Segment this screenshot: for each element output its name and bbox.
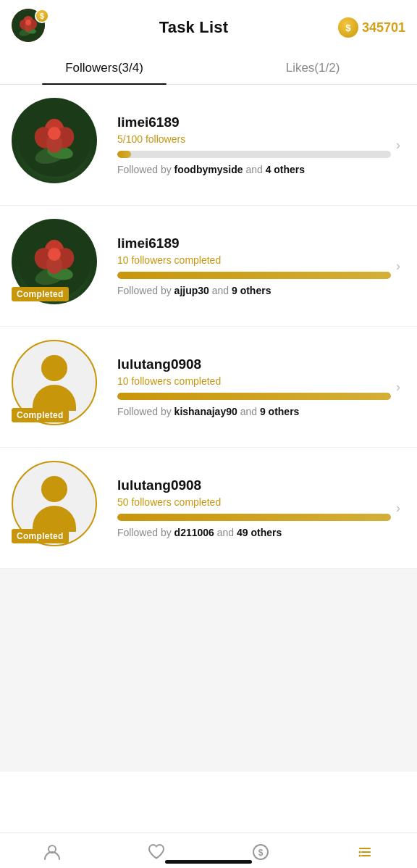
svg-point-30	[359, 851, 361, 854]
progress-bar-fill-3	[117, 393, 391, 400]
avatar-1	[12, 98, 97, 183]
svg-text:$: $	[258, 848, 264, 858]
nav-profile[interactable]	[0, 842, 104, 862]
task-status-2: 10 followers completed	[117, 254, 391, 266]
others-count-3: 9 others	[260, 406, 299, 417]
task-username-2: limei6189	[117, 235, 391, 251]
progress-bar-fill-2	[117, 272, 391, 279]
coin-icon: $	[338, 17, 358, 38]
person-body-4	[33, 506, 76, 532]
heart-icon	[146, 842, 167, 862]
coin-amount: 345701	[362, 20, 405, 36]
coin-balance: $ 345701	[338, 17, 405, 38]
task-info-4: lulutang0908 50 followers completed Foll…	[106, 477, 391, 538]
svg-point-7	[25, 20, 31, 25]
avatar-wrapper-4: Completed	[12, 461, 106, 555]
svg-point-23	[48, 248, 61, 261]
completed-badge-3: Completed	[12, 408, 69, 422]
task-username-1: limei6189	[117, 114, 391, 130]
task-info-2: limei6189 10 followers completed Followe…	[106, 235, 391, 296]
logo-coin: $	[35, 9, 49, 23]
follower-name-1: foodbymyside	[174, 164, 243, 175]
header: $ Task List $ 345701	[0, 0, 417, 52]
svg-point-31	[359, 855, 361, 857]
task-status-3: 10 followers completed	[117, 375, 391, 387]
task-status-1: 5/100 followers	[117, 133, 391, 145]
task-list: limei6189 5/100 followers Followed by fo…	[0, 85, 417, 569]
completed-badge-2: Completed	[12, 287, 69, 301]
follower-name-3: kishanajay90	[174, 406, 237, 417]
task-followed-2: Followed by ajjup30 and 9 others	[117, 285, 391, 296]
progress-bar-bg-2	[117, 272, 391, 279]
task-followed-4: Followed by d211006 and 49 others	[117, 527, 391, 538]
others-count-4: 49 others	[237, 527, 282, 538]
follower-name-2: ajjup30	[174, 285, 209, 296]
progress-bar-fill-1	[117, 151, 131, 158]
nav-coins[interactable]: $	[208, 842, 313, 862]
app-logo: $	[12, 9, 49, 46]
empty-section	[0, 569, 417, 772]
others-count-2: 9 others	[232, 285, 271, 296]
avatar-wrapper-1	[12, 98, 106, 192]
person-head-4	[41, 476, 67, 502]
task-info-3: lulutang0908 10 followers completed Foll…	[106, 356, 391, 417]
chevron-2: ›	[391, 259, 405, 273]
progress-bar-bg-3	[117, 393, 391, 400]
avatar-wrapper-3: Completed	[12, 340, 106, 434]
person-icon-3	[33, 355, 76, 411]
task-followed-3: Followed by kishanajay90 and 9 others	[117, 406, 391, 417]
task-item-4[interactable]: Completed lulutang0908 50 followers comp…	[0, 448, 417, 569]
task-status-4: 50 followers completed	[117, 496, 391, 508]
chevron-1: ›	[391, 138, 405, 152]
tab-bar: Followers(3/4) Likes(1/2)	[0, 52, 417, 85]
task-item-1[interactable]: limei6189 5/100 followers Followed by fo…	[0, 85, 417, 206]
person-body-3	[33, 385, 76, 411]
task-item-3[interactable]: Completed lulutang0908 10 followers comp…	[0, 327, 417, 448]
person-head-3	[41, 355, 67, 381]
profile-icon	[42, 842, 62, 862]
avatar-wrapper-2: Completed	[12, 219, 106, 313]
progress-bar-bg-4	[117, 514, 391, 521]
progress-bar-fill-4	[117, 514, 391, 521]
task-username-3: lulutang0908	[117, 356, 391, 372]
follower-name-4: d211006	[174, 527, 214, 538]
svg-point-15	[48, 127, 61, 140]
completed-badge-4: Completed	[12, 529, 69, 543]
task-item-2[interactable]: Completed limei6189 10 followers complet…	[0, 206, 417, 327]
progress-bar-bg-1	[117, 151, 391, 158]
chevron-4: ›	[391, 501, 405, 515]
home-indicator	[165, 860, 252, 864]
task-followed-1: Followed by foodbymyside and 4 others	[117, 164, 391, 175]
chevron-3: ›	[391, 380, 405, 394]
nav-tasks[interactable]	[313, 842, 417, 862]
list-icon	[355, 842, 375, 862]
tab-likes[interactable]: Likes(1/2)	[208, 52, 417, 84]
task-username-4: lulutang0908	[117, 477, 391, 493]
nav-likes[interactable]	[104, 842, 208, 862]
person-icon-4	[33, 476, 76, 532]
dollar-icon: $	[250, 842, 271, 862]
task-info-1: limei6189 5/100 followers Followed by fo…	[106, 114, 391, 175]
page-title: Task List	[159, 18, 229, 37]
tab-followers[interactable]: Followers(3/4)	[0, 52, 208, 84]
others-count-1: 4 others	[266, 164, 305, 175]
